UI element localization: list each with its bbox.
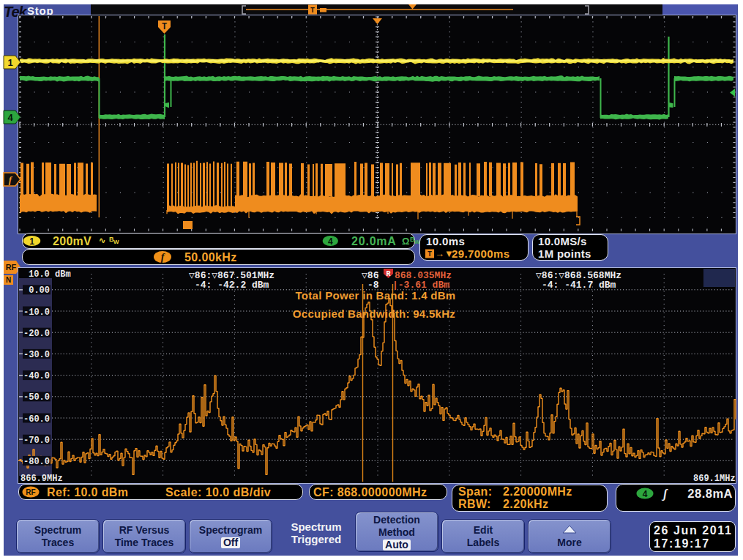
svg-text:→▼: →▼ — [435, 248, 454, 259]
svg-text:4: 4 — [328, 236, 333, 247]
svg-text:-50.0: -50.0 — [23, 392, 50, 403]
svg-text:20.0mA: 20.0mA — [351, 235, 397, 247]
svg-text:-70.0: -70.0 — [23, 436, 50, 446]
svg-text:Span:: Span: — [458, 485, 492, 498]
svg-text:Ref: 10.0 dBm: Ref: 10.0 dBm — [47, 486, 128, 499]
svg-text:869.1MHz: 869.1MHz — [693, 474, 736, 484]
svg-text:4: 4 — [643, 489, 648, 499]
svg-text:-30.0: -30.0 — [23, 350, 50, 360]
svg-text:ʃ: ʃ — [661, 488, 668, 501]
svg-text:RF: RF — [6, 263, 17, 272]
svg-text:T: T — [162, 22, 167, 32]
svg-text:-20.0: -20.0 — [23, 329, 50, 339]
svg-text:50.00kHz: 50.00kHz — [184, 251, 237, 264]
svg-text:2.20kHz: 2.20kHz — [503, 498, 548, 510]
svg-text:T: T — [310, 7, 315, 15]
svg-text:2.20000MHz: 2.20000MHz — [503, 485, 572, 498]
svg-text:10.0MS/s: 10.0MS/s — [538, 235, 587, 247]
svg-text:10.0 dBm: 10.0 dBm — [29, 269, 71, 280]
svg-text:Total Power in Band: 1.4 dBm: Total Power in Band: 1.4 dBm — [296, 289, 456, 302]
svg-text:CF: 868.000000MHz: CF: 868.000000MHz — [313, 486, 427, 499]
svg-text:-4: -42.2 dBm: -4: -42.2 dBm — [195, 280, 269, 291]
svg-text:-40.0: -40.0 — [23, 371, 50, 381]
svg-text:W: W — [113, 239, 119, 245]
svg-text:Ω: Ω — [402, 236, 409, 247]
svg-text:28.8mA: 28.8mA — [687, 487, 733, 500]
svg-text:∿: ∿ — [99, 236, 105, 244]
svg-text:1: 1 — [29, 236, 34, 247]
svg-text:Occupied Bandwidth: 94.5kHz: Occupied Bandwidth: 94.5kHz — [293, 307, 455, 320]
svg-text:T: T — [427, 250, 432, 258]
svg-text:4: 4 — [7, 112, 13, 123]
svg-text:R: R — [386, 270, 390, 278]
svg-text:866.9MHz: 866.9MHz — [20, 474, 63, 484]
svg-text:-80.0: -80.0 — [23, 457, 50, 467]
svg-text:-10.0: -10.0 — [23, 307, 50, 318]
svg-text:1: 1 — [7, 57, 12, 68]
svg-text:200mV: 200mV — [53, 235, 92, 247]
svg-text:-4: -41.7 dBm: -4: -41.7 dBm — [542, 280, 616, 291]
svg-text:1M points: 1M points — [538, 247, 591, 260]
svg-text:RBW:: RBW: — [458, 498, 491, 510]
svg-text:N: N — [6, 276, 11, 284]
svg-text:29.7000ms: 29.7000ms — [452, 247, 510, 260]
svg-text:Scale: 10.0 dB/div: Scale: 10.0 dB/div — [165, 486, 271, 499]
svg-text:-60.0: -60.0 — [23, 414, 50, 425]
svg-text:RF: RF — [26, 488, 35, 496]
svg-text:0.00: 0.00 — [29, 285, 50, 296]
svg-text:10.0ms: 10.0ms — [426, 235, 465, 247]
